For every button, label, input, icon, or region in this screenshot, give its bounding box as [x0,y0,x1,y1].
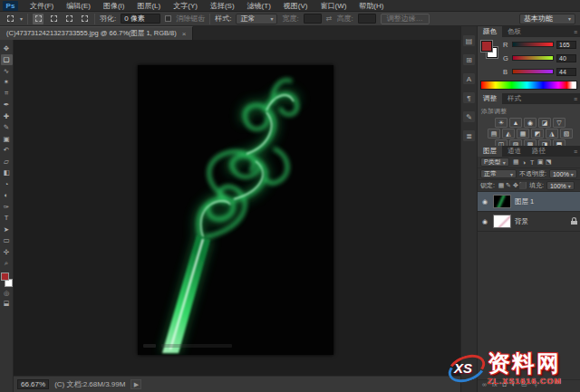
adjustment-icon[interactable]: ◉ [524,118,536,128]
pen-tool[interactable]: ✑ [1,201,13,212]
refine-edge-button[interactable]: 调整边缘… [381,14,430,24]
adjustment-icon[interactable]: ◪ [538,118,551,128]
workspace-switcher[interactable]: 基本功能▾ [519,14,575,24]
layer1-thumbnail[interactable] [493,195,511,208]
eraser-tool[interactable]: ▱ [1,156,13,167]
adjustment-icon[interactable]: ▧ [560,129,573,139]
background-layer-name[interactable]: 背景 [515,217,528,226]
visibility-eye-icon[interactable]: ◉ [480,218,489,225]
brush-tool[interactable]: ✎ [1,122,13,133]
preset-caret-icon[interactable]: ▾ [20,15,23,22]
color-spectrum-ramp[interactable] [480,81,577,90]
history-brush-tool[interactable]: ↶ [1,145,13,156]
menu-item[interactable]: 文字(Y) [167,0,204,12]
adjustment-icon[interactable]: ◭ [502,129,515,139]
lasso-tool[interactable]: ∿ [1,65,13,76]
green-slider[interactable] [512,55,554,61]
filter-kind-select[interactable]: Ρ类型▾ [480,158,509,167]
menu-item[interactable]: 滤镜(T) [241,0,277,12]
panel-menu-icon[interactable]: ≡ [574,93,580,104]
menu-item[interactable]: 编辑(E) [60,0,97,12]
adjustment-icon[interactable]: ◮ [546,129,558,139]
panel-menu-icon[interactable]: ≡ [574,26,580,37]
hand-tool[interactable]: ✣ [1,246,13,257]
gradient-tool[interactable]: ◧ [1,167,13,178]
width-input[interactable] [304,14,322,24]
quick-selection-tool[interactable]: ✶ [1,77,13,88]
style-select[interactable]: 正常▾ [236,14,277,24]
lock-option-icon[interactable]: ▦ [498,182,505,190]
green-value-input[interactable]: 40 [556,54,576,62]
blue-value-input[interactable]: 44 [556,68,576,76]
feather-input[interactable]: 0 像素 [121,14,160,24]
blue-slider[interactable] [512,69,554,74]
tab-adjustments[interactable]: 调整 [478,93,502,104]
dock-history-icon[interactable]: ▤ [463,35,475,46]
tab-color[interactable]: 颜色 [478,26,502,37]
adjustment-icon[interactable]: ▽ [553,118,566,128]
menu-item[interactable]: 窗口(W) [314,0,353,12]
adjustment-icon[interactable]: ▦ [517,129,529,139]
tab-layers[interactable]: 图层 [478,146,502,157]
visibility-eye-icon[interactable]: ◉ [480,198,489,206]
tab-close-icon[interactable]: × [182,30,187,38]
tab-styles[interactable]: 样式 [502,93,527,104]
tab-channels[interactable]: 通道 [502,146,527,157]
menu-item[interactable]: 视图(V) [277,0,314,12]
dock-paragraph-icon[interactable]: ¶ [463,92,475,103]
move-tool[interactable]: ✥ [1,43,13,53]
tab-paths[interactable]: 路径 [527,146,551,157]
blend-mode-select[interactable]: 正常▾ [480,169,517,178]
adjustment-icon[interactable]: ☀ [495,118,508,128]
foreground-color-swatch[interactable] [1,272,9,281]
height-input[interactable] [358,14,376,24]
layer-filter-icon[interactable]: ◑ [520,158,528,167]
status-options-arrow[interactable]: ▶ [130,379,141,389]
layer-row-background[interactable]: ◉ 背景 [478,212,580,232]
adjustment-icon[interactable]: ▲ [509,118,522,128]
layer-filter-icon[interactable]: T [528,158,536,167]
layer-filter-icon[interactable]: ▦ [512,158,520,167]
layer-filter-icon[interactable]: ▣ [536,158,545,167]
dock-properties-icon[interactable]: ⊞ [463,54,475,65]
tab-swatches[interactable]: 色板 [502,26,527,37]
rectangle-tool[interactable]: ▭ [1,235,13,246]
add-selection-mode-button[interactable] [48,14,59,24]
dock-character-icon[interactable]: A [463,73,475,84]
zoom-level-field[interactable]: 66.67% [17,379,49,389]
layer-row-layer1[interactable]: ◉ 图层 1 [478,192,580,212]
swap-dimensions-icon[interactable]: ⇄ [326,14,333,23]
healing-brush-tool[interactable]: ✚ [1,110,13,121]
menu-item[interactable]: 选择(S) [204,0,241,12]
panel-foreground-swatch[interactable] [481,41,492,52]
blur-tool[interactable]: ◔ [1,178,13,189]
lock-option-icon[interactable]: ✎ [505,182,512,190]
dodge-tool[interactable]: ◐ [1,190,13,201]
crop-tool[interactable]: ⌗ [1,88,13,99]
marquee-tool-preset-icon[interactable] [5,14,15,24]
opacity-input[interactable]: 100%▾ [549,169,577,178]
red-slider[interactable] [512,42,554,47]
background-thumbnail[interactable] [493,215,511,228]
layer1-name[interactable]: 图层 1 [515,197,534,206]
menu-item[interactable]: 帮助(H) [353,0,390,12]
intersect-selection-mode-button[interactable] [79,14,90,24]
antialias-checkbox[interactable] [165,15,171,22]
zoom-tool[interactable]: ⌕ [1,258,13,269]
canvas-area[interactable] [14,40,460,376]
lock-option-icon[interactable]: ⬛ [519,182,527,190]
adjustment-icon[interactable]: ▤ [488,129,500,139]
document-image[interactable] [138,65,334,355]
menu-item[interactable]: 图像(I) [97,0,131,12]
photoshop-logo[interactable]: Ps [3,1,18,11]
menu-item[interactable]: 文件(F) [24,0,60,12]
type-tool[interactable]: T [1,213,13,224]
panel-menu-icon[interactable]: ≡ [574,146,580,157]
dock-info-icon[interactable]: ≣ [463,130,475,141]
path-selection-tool[interactable]: ➤ [1,224,13,234]
subtract-selection-mode-button[interactable] [63,14,74,24]
document-tab[interactable]: (C)4737312421323733555.jpg @ 66.7%(图层 1,… [0,26,193,40]
red-value-input[interactable]: 165 [556,41,576,49]
dock-brush-icon[interactable]: ✎ [463,111,475,122]
layer-filter-icon[interactable]: ⬔ [545,158,553,167]
